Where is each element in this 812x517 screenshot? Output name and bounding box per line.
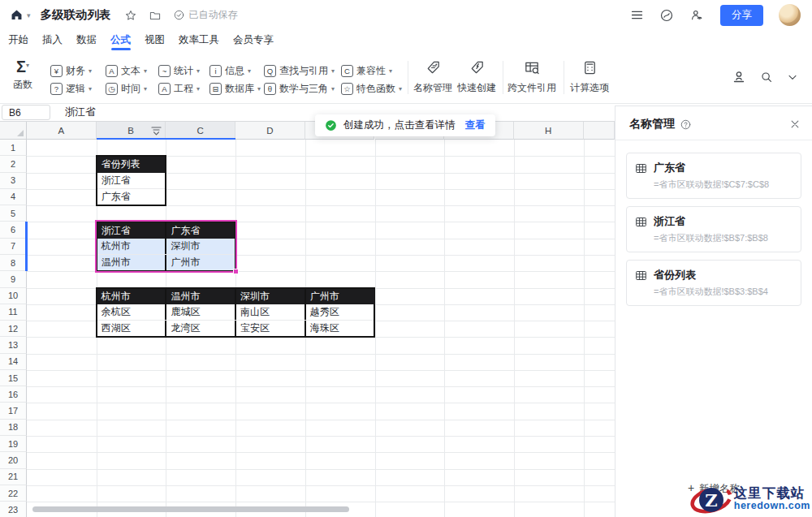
row-header-3[interactable]: 3: [0, 173, 27, 189]
category-财务[interactable]: ¥财务▾: [50, 63, 92, 78]
category-统计[interactable]: ~统计▾: [158, 63, 200, 78]
formula-input[interactable]: 浙江省: [65, 105, 96, 120]
cell-B4[interactable]: 广东省: [97, 189, 166, 205]
column-header-A[interactable]: A: [27, 122, 97, 140]
cell-B2[interactable]: 省份列表: [97, 157, 166, 172]
star-icon[interactable]: [124, 9, 137, 22]
row-header-22[interactable]: 22: [0, 485, 27, 502]
column-header-partial[interactable]: [584, 122, 615, 140]
cell-E12[interactable]: 海珠区: [306, 321, 374, 336]
cell-B12[interactable]: 西湖区: [97, 321, 167, 336]
close-icon[interactable]: [789, 118, 801, 130]
cell-B3[interactable]: 浙江省: [97, 173, 166, 188]
tab-插入[interactable]: 插入: [41, 30, 64, 50]
column-header-D[interactable]: D: [235, 122, 305, 140]
row-header-19[interactable]: 19: [0, 436, 27, 452]
tab-视图[interactable]: 视图: [143, 30, 166, 50]
cell-E10[interactable]: 广州市: [306, 289, 374, 304]
filter-icon[interactable]: [150, 125, 162, 140]
horizontal-scrollbar[interactable]: [32, 506, 349, 512]
category-特色函数[interactable]: ☆特色函数▾: [341, 81, 402, 96]
row-header-14[interactable]: 14: [0, 354, 27, 370]
cell-D12[interactable]: 宝安区: [236, 321, 306, 336]
search-icon[interactable]: [759, 70, 774, 88]
name-item-浙江省[interactable]: 浙江省=省市区联动数据!$B$7:$B$8: [626, 206, 801, 252]
category-兼容性[interactable]: C兼容性▾: [341, 63, 392, 78]
collapse-toolbar-icon[interactable]: [786, 71, 799, 87]
stamp-icon[interactable]: [731, 69, 747, 88]
row-header-20[interactable]: 20: [0, 452, 27, 468]
category-文本[interactable]: A文本▾: [106, 63, 147, 78]
tab-会员专享[interactable]: 会员专享: [231, 30, 275, 50]
share-button[interactable]: 分享: [720, 5, 763, 26]
category-查找与引用[interactable]: Q查找与引用▾: [264, 63, 335, 78]
compass-icon[interactable]: [659, 8, 674, 23]
row-header-5[interactable]: 5: [0, 205, 27, 222]
row-header-18[interactable]: 18: [0, 420, 27, 436]
row-header-13[interactable]: 13: [0, 337, 27, 353]
row-header-10[interactable]: 10: [0, 288, 27, 304]
column-header-C[interactable]: C: [166, 122, 235, 140]
toast-view-link[interactable]: 查看: [465, 118, 486, 132]
select-all-corner[interactable]: [0, 122, 27, 140]
tab-数据[interactable]: 数据: [75, 30, 98, 50]
view-history-icon[interactable]: [689, 8, 705, 23]
cell-D10[interactable]: 深圳市: [236, 289, 306, 304]
category-数学与三角[interactable]: θ数学与三角▾: [264, 81, 335, 96]
row-header-17[interactable]: 17: [0, 403, 27, 419]
cell-C6[interactable]: 广东省: [166, 222, 235, 238]
name-item-广东省[interactable]: 广东省=省市区联动数据!$C$7:$C$8: [626, 153, 801, 199]
row-header-6[interactable]: 6: [0, 222, 27, 238]
avatar[interactable]: [779, 4, 801, 26]
help-icon[interactable]: [680, 118, 692, 131]
row-header-15[interactable]: 15: [0, 370, 27, 386]
cross-file-reference-button[interactable]: 跨文件引用: [508, 59, 556, 95]
cell-C11[interactable]: 鹿城区: [166, 304, 236, 320]
row-header-2[interactable]: 2: [0, 156, 27, 172]
cell-B10[interactable]: 杭州市: [97, 289, 167, 304]
cell-reference-box[interactable]: B6: [2, 105, 50, 120]
calc-options-button[interactable]: 计算选项: [570, 59, 609, 95]
fill-handle[interactable]: [233, 269, 239, 274]
tab-公式[interactable]: 公式: [109, 30, 132, 50]
cell-E11[interactable]: 越秀区: [306, 304, 374, 320]
cell-C10[interactable]: 温州市: [166, 289, 236, 304]
row-header-23[interactable]: 23: [0, 502, 27, 517]
cell-C12[interactable]: 龙湾区: [166, 321, 236, 336]
row-header-9[interactable]: 9: [0, 271, 27, 287]
row-header-11[interactable]: 11: [0, 304, 27, 321]
home-icon[interactable]: [10, 8, 24, 22]
row-header-7[interactable]: 7: [0, 239, 27, 255]
autosave-status: 已自动保存: [173, 8, 238, 22]
row-header-4[interactable]: 4: [0, 189, 27, 205]
column-header-H[interactable]: H: [514, 122, 584, 140]
home-chevron-icon[interactable]: ▾: [27, 11, 31, 19]
cell-B7[interactable]: 杭州市: [97, 239, 167, 254]
row-header-12[interactable]: 12: [0, 321, 27, 337]
row-header-21[interactable]: 21: [0, 469, 27, 485]
category-工程[interactable]: A工程▾: [158, 81, 200, 96]
category-数据库[interactable]: ⊟数据库▾: [209, 81, 261, 96]
folder-icon[interactable]: [149, 9, 162, 22]
function-button[interactable]: Σ▾ 函数: [6, 58, 39, 92]
cell-C7[interactable]: 深圳市: [166, 239, 235, 254]
row-header-16[interactable]: 16: [0, 386, 27, 403]
category-逻辑[interactable]: ?逻辑▾: [50, 81, 92, 96]
row-header-1[interactable]: 1: [0, 140, 27, 156]
category-信息[interactable]: i信息▾: [209, 63, 251, 78]
row-header-8[interactable]: 8: [0, 255, 27, 271]
cell-D11[interactable]: 南山区: [236, 304, 306, 320]
name-manager-button[interactable]: 名称管理: [413, 59, 452, 95]
name-item-省份列表[interactable]: 省份列表=省市区联动数据!$B$3:$B$4: [626, 260, 801, 306]
category-时间[interactable]: ◷时间▾: [106, 81, 147, 96]
tab-效率工具[interactable]: 效率工具: [177, 30, 221, 50]
gridline: [584, 140, 585, 517]
name-manager-panel: 名称管理 广东省=省市区联动数据!$C$7:$C$8浙江省=省市区联动数据!$B…: [615, 106, 812, 517]
cell-C8[interactable]: 广州市: [166, 255, 235, 270]
cell-B8[interactable]: 温州市: [97, 255, 167, 270]
quick-create-button[interactable]: 快速创建: [457, 59, 496, 95]
tab-开始[interactable]: 开始: [6, 30, 30, 50]
cell-B6[interactable]: 浙江省: [97, 222, 167, 238]
menu-icon[interactable]: [630, 8, 644, 22]
cell-B11[interactable]: 余杭区: [97, 304, 167, 320]
